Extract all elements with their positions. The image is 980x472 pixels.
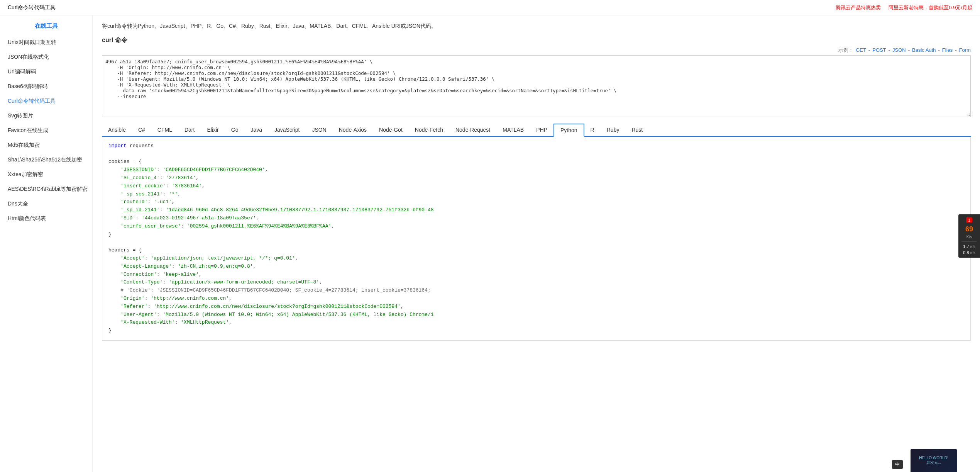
tab-elixir[interactable]: Elixir: [201, 124, 225, 136]
tab-node-request[interactable]: Node-Request: [449, 124, 496, 136]
sidebar-item-unix[interactable]: Unix时间戳日期互转: [0, 35, 92, 50]
sidebar-item-sha[interactable]: Sha1\Sha256\Sha512在线加密: [0, 153, 92, 167]
tab-javascript[interactable]: JavaScript: [268, 124, 306, 136]
tab-go[interactable]: Go: [225, 124, 245, 136]
code-output: import requests cookies = { 'JSESSIONID'…: [102, 137, 971, 341]
avatar-text: HELLO WORLD!异次元...: [919, 456, 948, 465]
header-title: Curl命令转代码工具: [8, 4, 56, 11]
page-description: 将curl命令转为Python、JavaScript、PHP、R、Go、C#、R…: [102, 22, 971, 31]
tab-java[interactable]: Java: [244, 124, 268, 136]
tab-cfml[interactable]: CFML: [151, 124, 178, 136]
widget-unit: K/s: [966, 235, 972, 239]
sidebar-item-aes[interactable]: AES\DES\RC4\Rabbit等加密解密: [0, 182, 92, 197]
avatar-area: HELLO WORLD!异次元...: [911, 449, 957, 472]
sidebar-item-url[interactable]: Url编码解码: [0, 65, 92, 79]
main-layout: 在线工具 Unix时间戳日期互转 JSON在线格式化 Url编码解码 Base6…: [0, 15, 980, 472]
example-post[interactable]: POST: [872, 47, 886, 53]
sidebar-item-dns[interactable]: Dns大全: [0, 197, 92, 211]
tab-ruby[interactable]: Ruby: [601, 124, 626, 136]
header-ads: 腾讯云产品特惠热卖 阿里云新老特惠，首购低至0.9元/月起: [836, 4, 972, 11]
example-get[interactable]: GET: [856, 47, 866, 53]
widget-divider: [961, 241, 977, 242]
tab-php[interactable]: PHP: [530, 124, 553, 136]
tab-dart[interactable]: Dart: [178, 124, 201, 136]
example-files[interactable]: Files: [942, 47, 953, 53]
sidebar-item-curl[interactable]: Curl命令转代码工具: [0, 94, 92, 109]
widget-speed2: 0.8 K/s: [963, 250, 975, 255]
sidebar-item-xxtea[interactable]: Xxtea加密解密: [0, 167, 92, 182]
example-basicauth[interactable]: Basic Auth: [912, 47, 936, 53]
tab-python[interactable]: Python: [553, 124, 584, 137]
tab-json[interactable]: JSON: [306, 124, 332, 136]
sidebar-item-base64[interactable]: Base64编码解码: [0, 79, 92, 94]
widget-speed1: 1.7 K/s: [963, 244, 975, 249]
example-json[interactable]: JSON: [892, 47, 906, 53]
sidebar: 在线工具 Unix时间戳日期互转 JSON在线格式化 Url编码解码 Base6…: [0, 15, 93, 472]
ime-indicator: 中: [892, 460, 903, 469]
tab-matlab[interactable]: MATLAB: [496, 124, 530, 136]
sidebar-item-favicon[interactable]: Favicon在线生成: [0, 123, 92, 138]
tab-csharp[interactable]: C#: [132, 124, 151, 136]
header-bar: Curl命令转代码工具 腾讯云产品特惠热卖 阿里云新老特惠，首购低至0.9元/月…: [0, 0, 980, 15]
curl-section-label: curl 命令: [102, 36, 971, 44]
tab-row: Ansible C# CFML Dart Elixir Go Java Java…: [102, 124, 971, 137]
tab-rust[interactable]: Rust: [625, 124, 649, 136]
widget-number: 69: [965, 225, 973, 233]
example-row: 示例： GET - POST - JSON - Basic Auth - Fil…: [102, 47, 971, 54]
tab-ansible[interactable]: Ansible: [102, 124, 132, 136]
sidebar-title: 在线工具: [0, 19, 92, 35]
tab-node-got[interactable]: Node-Got: [373, 124, 409, 136]
sidebar-item-svg[interactable]: Svg转图片: [0, 109, 92, 123]
example-label: 示例：: [838, 47, 853, 54]
ad-tencent[interactable]: 腾讯云产品特惠热卖: [836, 4, 881, 11]
curl-input[interactable]: 4967-a51a-18a09faa35e7; cninfo_user_brow…: [102, 55, 971, 117]
content-area: 将curl命令转为Python、JavaScript、PHP、R、Go、C#、R…: [93, 15, 980, 472]
tab-node-axios[interactable]: Node-Axios: [333, 124, 373, 136]
tab-r[interactable]: R: [584, 124, 601, 136]
sidebar-item-html-color[interactable]: Html颜色代码表: [0, 211, 92, 226]
sidebar-item-md5[interactable]: Md5在线加密: [0, 138, 92, 153]
ad-ali[interactable]: 阿里云新老特惠，首购低至0.9元/月起: [889, 4, 972, 11]
example-form[interactable]: Form: [959, 47, 971, 53]
sidebar-item-json[interactable]: JSON在线格式化: [0, 50, 92, 65]
tab-node-fetch[interactable]: Node-Fetch: [409, 124, 449, 136]
widget-badge: 1: [966, 217, 972, 223]
right-widget: 1 69 K/s 1.7 K/s 0.8 K/s: [958, 214, 980, 258]
